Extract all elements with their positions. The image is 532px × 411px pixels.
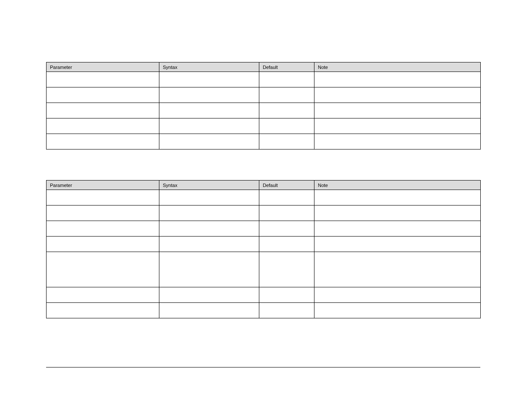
table-cell — [47, 221, 159, 237]
table-cell — [314, 252, 481, 287]
th-note: Note — [314, 181, 481, 190]
table-cell — [159, 103, 259, 118]
table-cell — [47, 303, 159, 318]
table-1-wrap: Parameter Syntax Default Note — [46, 62, 480, 149]
table-cell — [259, 287, 314, 303]
table-cell — [314, 206, 481, 221]
table-cell — [159, 118, 259, 134]
table-cell — [47, 237, 159, 252]
table-row — [47, 303, 481, 318]
table-cell — [259, 134, 314, 149]
table-cell — [259, 303, 314, 318]
table-cell — [47, 190, 159, 206]
table-cell — [314, 103, 481, 118]
table-cell — [159, 134, 259, 149]
table-cell — [259, 72, 314, 87]
table-1-body — [47, 72, 481, 149]
table-cell — [314, 221, 481, 237]
table-cell — [47, 72, 159, 87]
table-cell — [47, 206, 159, 221]
table-2-wrap: Parameter Syntax Default Note — [46, 180, 480, 318]
table-cell — [159, 221, 259, 237]
table-cell — [314, 237, 481, 252]
table-row — [47, 252, 481, 287]
table-cell — [314, 303, 481, 318]
table-cell — [159, 287, 259, 303]
page: Parameter Syntax Default Note Parameter … — [0, 0, 532, 411]
table-cell — [314, 87, 481, 103]
table-cell — [159, 206, 259, 221]
table-cell — [314, 72, 481, 87]
table-cell — [159, 72, 259, 87]
th-parameter: Parameter — [47, 181, 159, 190]
table-row — [47, 134, 481, 149]
table-cell — [47, 252, 159, 287]
table-cell — [47, 118, 159, 134]
table-row — [47, 72, 481, 87]
table-cell — [259, 103, 314, 118]
table-cell — [259, 237, 314, 252]
table-1: Parameter Syntax Default Note — [46, 62, 481, 149]
table-row — [47, 87, 481, 103]
table-row: Parameter Syntax Default Note — [47, 181, 481, 190]
table-cell — [259, 190, 314, 206]
table-row — [47, 206, 481, 221]
table-row — [47, 237, 481, 252]
table-cell — [47, 87, 159, 103]
table-row — [47, 118, 481, 134]
table-2: Parameter Syntax Default Note — [46, 180, 481, 318]
table-cell — [259, 221, 314, 237]
table-cell — [314, 134, 481, 149]
table-cell — [314, 118, 481, 134]
table-2-body — [47, 190, 481, 318]
th-syntax: Syntax — [159, 62, 259, 72]
table-cell — [159, 190, 259, 206]
table-cell — [159, 237, 259, 252]
table-cell — [314, 190, 481, 206]
table-cell — [259, 252, 314, 287]
th-default: Default — [259, 62, 314, 72]
table-cell — [47, 103, 159, 118]
footer-rule — [46, 367, 480, 367]
table-1-head: Parameter Syntax Default Note — [47, 62, 481, 72]
table-cell — [314, 287, 481, 303]
table-row — [47, 287, 481, 303]
table-row — [47, 103, 481, 118]
table-cell — [259, 118, 314, 134]
table-cell — [47, 134, 159, 149]
th-parameter: Parameter — [47, 62, 159, 72]
table-cell — [259, 87, 314, 103]
table-row — [47, 221, 481, 237]
table-cell — [47, 287, 159, 303]
th-syntax: Syntax — [159, 181, 259, 190]
table-row: Parameter Syntax Default Note — [47, 62, 481, 72]
th-note: Note — [314, 62, 481, 72]
table-cell — [159, 303, 259, 318]
table-2-head: Parameter Syntax Default Note — [47, 181, 481, 190]
table-cell — [259, 206, 314, 221]
table-cell — [159, 87, 259, 103]
table-row — [47, 190, 481, 206]
table-cell — [159, 252, 259, 287]
th-default: Default — [259, 181, 314, 190]
